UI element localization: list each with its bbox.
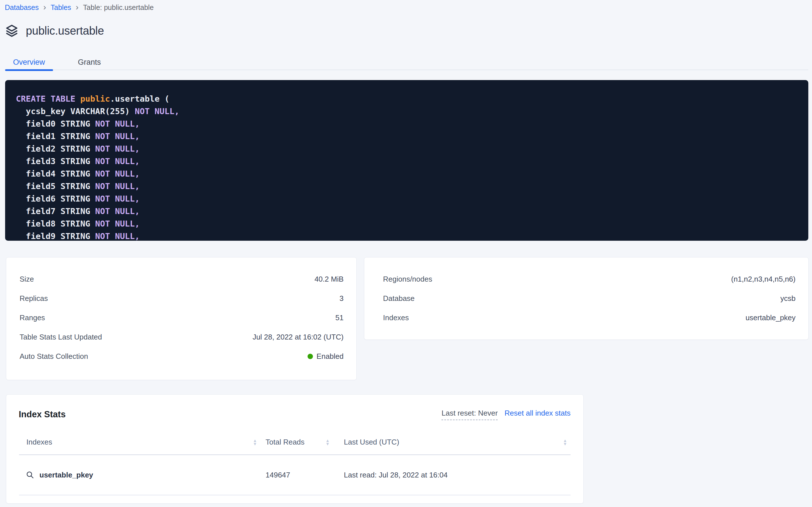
sql-code: CREATE TABLE public.usertable ( ycsb_key…	[16, 93, 808, 241]
breadcrumb-link-tables[interactable]: Tables	[51, 3, 71, 12]
detail-label: Size	[19, 275, 34, 284]
detail-value: ycsb	[780, 294, 796, 303]
page-header: public.usertable	[5, 24, 812, 38]
index-stats-table: Indexes ▲▼ Total Reads ▲▼ Last Used (UTC…	[19, 430, 571, 495]
chevron-right-icon: ›	[44, 3, 46, 10]
index-name: usertable_pkey	[40, 471, 93, 480]
detail-panels: Size 40.2 MiB Replicas 3 Ranges 51 Table…	[6, 257, 812, 380]
tab-overview[interactable]: Overview	[5, 54, 53, 70]
detail-label: Database	[383, 294, 415, 303]
detail-label: Replicas	[19, 294, 48, 303]
reset-index-stats-link[interactable]: Reset all index stats	[504, 409, 571, 417]
breadcrumb: Databases › Tables › Table: public.usert…	[5, 3, 812, 12]
detail-row-ranges: Ranges 51	[6, 308, 356, 327]
sort-icon[interactable]: ▲▼	[253, 439, 257, 446]
detail-value: usertable_pkey	[746, 314, 796, 322]
table-details-panel: Size 40.2 MiB Replicas 3 Ranges 51 Table…	[6, 257, 357, 380]
breadcrumb-link-databases[interactable]: Databases	[5, 3, 39, 12]
column-label: Last Used (UTC)	[344, 438, 399, 447]
detail-row-database: Database ycsb	[364, 289, 808, 308]
detail-label: Regions/nodes	[383, 275, 432, 284]
status-dot-icon	[308, 354, 313, 359]
detail-label: Table Stats Last Updated	[19, 333, 102, 341]
column-header-indexes[interactable]: Indexes ▲▼	[19, 438, 265, 447]
detail-row-auto-stats: Auto Stats Collection Enabled	[6, 347, 356, 366]
index-stats-header: Index Stats Last reset: Never Reset all …	[19, 408, 571, 421]
search-icon	[26, 471, 34, 479]
table-row: usertable_pkey 149647 Last read: Jul 28,…	[19, 455, 571, 495]
tab-track	[5, 69, 808, 70]
detail-value: 3	[339, 294, 343, 303]
status-value: Enabled	[308, 352, 343, 361]
sort-icon[interactable]: ▲▼	[563, 439, 567, 446]
detail-label: Auto Stats Collection	[19, 352, 88, 361]
last-used-cell: Last read: Jul 28, 2022 at 16:04	[344, 471, 571, 480]
detail-value: 51	[335, 314, 343, 322]
detail-value: (n1,n2,n3,n4,n5,n6)	[731, 275, 796, 284]
table-header-row: Indexes ▲▼ Total Reads ▲▼ Last Used (UTC…	[19, 430, 571, 455]
sort-icon[interactable]: ▲▼	[325, 439, 330, 446]
index-stats-title: Index Stats	[19, 409, 66, 419]
column-label: Indexes	[26, 438, 52, 447]
last-reset-label[interactable]: Last reset: Never	[441, 409, 498, 420]
detail-label: Indexes	[383, 314, 409, 322]
detail-row-indexes: Indexes usertable_pkey	[364, 308, 808, 327]
database-details-panel: Regions/nodes (n1,n2,n3,n4,n5,n6) Databa…	[364, 257, 809, 340]
index-stats-panel: Index Stats Last reset: Never Reset all …	[6, 394, 583, 504]
index-stats-actions: Last reset: Never Reset all index stats	[441, 409, 571, 420]
column-label: Total Reads	[265, 438, 304, 447]
breadcrumb-current: Table: public.usertable	[83, 3, 154, 12]
detail-row-size: Size 40.2 MiB	[6, 269, 356, 289]
page: Databases › Tables › Table: public.usert…	[0, 3, 812, 507]
layers-icon	[5, 24, 18, 38]
detail-row-regions: Regions/nodes (n1,n2,n3,n4,n5,n6)	[364, 269, 808, 289]
chevron-right-icon: ›	[76, 3, 79, 10]
detail-value: 40.2 MiB	[314, 275, 343, 284]
detail-value: Jul 28, 2022 at 16:02 (UTC)	[252, 333, 343, 341]
sql-code-block: CREATE TABLE public.usertable ( ycsb_key…	[5, 80, 808, 241]
index-name-cell[interactable]: usertable_pkey	[19, 471, 265, 480]
detail-label: Ranges	[19, 314, 45, 322]
status-text: Enabled	[317, 352, 343, 361]
column-header-last-used[interactable]: Last Used (UTC) ▲▼	[344, 438, 571, 447]
column-header-total-reads[interactable]: Total Reads ▲▼	[265, 438, 344, 447]
detail-row-stats-updated: Table Stats Last Updated Jul 28, 2022 at…	[6, 327, 356, 347]
page-title: public.usertable	[26, 24, 104, 38]
total-reads-cell: 149647	[265, 471, 344, 480]
tab-bar: Overview Grants	[5, 54, 812, 70]
tab-grants[interactable]: Grants	[70, 54, 109, 70]
detail-row-replicas: Replicas 3	[6, 289, 356, 308]
